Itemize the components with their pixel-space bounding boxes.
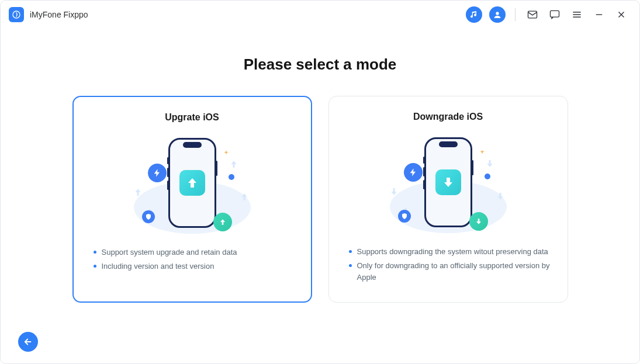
account-icon[interactable] xyxy=(489,6,506,23)
mail-icon[interactable] xyxy=(525,7,540,22)
upgrade-illustration xyxy=(122,133,262,238)
back-button[interactable] xyxy=(18,332,38,352)
feature-item: Support system upgrade and retain data xyxy=(91,247,293,258)
mode-row: Upgrate iOS xyxy=(24,96,616,303)
feedback-icon[interactable] xyxy=(547,7,562,22)
content-area: Please select a mode Upgrate iOS xyxy=(1,29,639,363)
feature-list: Support system upgrade and retain data I… xyxy=(91,247,293,275)
menu-icon[interactable] xyxy=(569,7,584,22)
close-icon[interactable] xyxy=(614,7,629,22)
minimize-icon[interactable] xyxy=(591,7,607,22)
downgrade-illustration xyxy=(378,133,518,238)
mode-card-downgrade[interactable]: Downgrade iOS xyxy=(328,96,568,303)
app-title: iMyFone Fixppo xyxy=(30,10,88,19)
app-window: iMyFone Fixppo xyxy=(0,0,640,364)
sparkle-icon xyxy=(479,149,486,156)
feature-list: Supports downgrading the system witout p… xyxy=(347,246,550,286)
arrow-down-icon xyxy=(435,169,461,195)
svg-rect-2 xyxy=(528,11,537,18)
titlebar-divider xyxy=(515,8,516,21)
feature-item: Supports downgrading the system witout p… xyxy=(347,246,550,258)
titlebar: iMyFone Fixppo xyxy=(1,1,639,29)
bolt-icon xyxy=(404,163,423,182)
mode-card-upgrade[interactable]: Upgrate iOS xyxy=(72,96,312,303)
page-title: Please select a mode xyxy=(24,56,616,74)
shield-icon xyxy=(142,210,155,223)
music-promo-icon[interactable] xyxy=(466,6,482,23)
arrow-up-icon xyxy=(179,170,205,196)
arrow-left-icon xyxy=(23,337,33,347)
feature-item: Only for downgrading to an officially su… xyxy=(347,260,550,283)
svg-point-1 xyxy=(496,12,499,15)
sparkle-icon xyxy=(223,150,230,157)
shield-icon xyxy=(398,210,411,223)
titlebar-controls xyxy=(466,6,629,23)
bolt-icon xyxy=(148,164,167,182)
dot-icon xyxy=(229,174,234,180)
arrow-down-circle-icon xyxy=(469,212,488,231)
svg-rect-3 xyxy=(551,11,559,17)
arrow-up-circle-icon xyxy=(213,213,232,231)
dot-icon xyxy=(485,174,490,179)
app-logo-icon xyxy=(9,7,24,22)
mode-title: Downgrade iOS xyxy=(413,112,483,122)
mode-title: Upgrate iOS xyxy=(165,112,219,123)
feature-item: Including version and test version xyxy=(91,261,293,272)
svg-point-0 xyxy=(13,11,20,18)
